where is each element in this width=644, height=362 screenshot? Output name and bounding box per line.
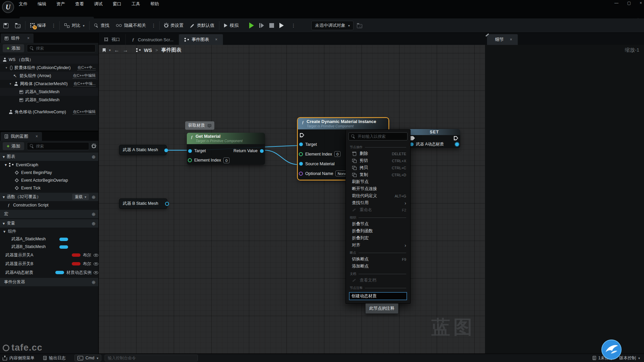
revision-control-button[interactable]: 版本控制 ▾ (619, 354, 640, 362)
close-icon[interactable]: × (27, 36, 30, 41)
menu-help[interactable]: 帮助 (150, 1, 159, 7)
cmd-dropdown[interactable]: >_ Cmd ▾ (74, 355, 101, 361)
components-search[interactable] (27, 44, 96, 52)
node-weapon-b-static-mesh[interactable]: 武器 B Static Mesh (119, 198, 167, 209)
tab-construction-script[interactable]: ƒ Construction Scr... (126, 34, 179, 45)
pin-exec-out[interactable] (454, 136, 458, 140)
add-variable-icon[interactable]: ⊕ (92, 221, 96, 226)
add-graph-icon[interactable]: ⊕ (92, 154, 96, 160)
menu-item-copy[interactable]: 拷贝 CTRL+C (346, 164, 410, 171)
eye-icon[interactable] (94, 271, 98, 274)
event-tick-item[interactable]: Event Tick (0, 184, 98, 192)
menu-item-toggle-breakpoint[interactable]: 切换断点 F9 (346, 256, 410, 263)
edit-in-cpp-link[interactable]: 在C++中编辑 (73, 109, 96, 115)
myblueprint-search[interactable] (27, 142, 89, 150)
menu-item-collapse-to-macro[interactable]: 折叠到宏 (346, 235, 410, 242)
menu-item-delete[interactable]: 删除 DELETE (346, 150, 410, 157)
edit-in-cpp-link[interactable]: 在C++中编辑 (73, 73, 96, 78)
play-options-icon[interactable]: ⋮ (289, 23, 298, 28)
menu-tools[interactable]: 工具 (131, 1, 140, 7)
browse-button[interactable] (12, 18, 24, 33)
node-comment-input[interactable] (352, 294, 405, 299)
close-icon[interactable]: × (36, 134, 38, 139)
node-header[interactable]: ƒ Create Dynamic Material Instance Targe… (298, 118, 388, 129)
event-overlap-item[interactable]: Event ActorBeginOverlap (0, 176, 98, 184)
breadcrumb-root[interactable]: WS (144, 47, 152, 53)
play-icon[interactable] (249, 22, 254, 28)
node-weapon-a-static-mesh[interactable]: 武器 A Static Mesh (119, 145, 167, 155)
variable-row[interactable]: 武器B_StaticMesh (0, 243, 98, 251)
add-blueprint-item-button[interactable]: + 添加 (3, 142, 24, 150)
menu-item-break-links[interactable]: 断开节点连接 (346, 185, 410, 192)
event-beginplay-item[interactable]: Event BeginPlay (0, 169, 98, 176)
menu-item-duplicate[interactable]: 复制 CTRL+D (346, 171, 410, 178)
section-graphs[interactable]: ▾ 图表 ⊕ (0, 153, 98, 161)
node-comment-bubble[interactable]: 获取材质 (185, 121, 214, 130)
tab-viewport[interactable]: 视口 (99, 34, 126, 45)
section-variables[interactable]: ▾ 变量 ⊕ (0, 219, 98, 228)
minimize-icon[interactable]: — (614, 1, 619, 5)
construction-script-item[interactable]: ƒ Construction Script (0, 201, 98, 209)
expand-icon[interactable]: ▾ (5, 66, 8, 69)
variable-category-components[interactable]: ▾ 组件 (0, 228, 98, 235)
stop-icon[interactable] (269, 23, 274, 28)
pin-exec-in[interactable] (411, 136, 415, 140)
tree-item-arrow[interactable]: ↖ 箭头组件 (Arrow) 在C++中编辑 (0, 72, 98, 80)
tree-item-mesh[interactable]: ▾ 网格体 (CharacterMesh0) 在C++中编... (0, 80, 98, 88)
pin-source-material[interactable] (299, 162, 303, 166)
tree-item-weapon-b[interactable]: 武器B_StaticMesh (0, 96, 98, 104)
frame-advance-icon[interactable] (259, 22, 264, 28)
add-dispatcher-icon[interactable]: ⊕ (92, 280, 96, 285)
tree-item-capsule[interactable]: ▾ 胶囊体组件 (CollisionCylinder) 在C++中... (0, 64, 98, 72)
class-settings-button[interactable]: 类设置 (161, 18, 187, 33)
console-command-field[interactable] (105, 355, 198, 361)
components-search-input[interactable] (36, 46, 93, 51)
pin-output[interactable] (165, 202, 169, 206)
eventgraph-item[interactable]: ▾ EventGraph (0, 161, 98, 169)
menu-file[interactable]: 文件 (19, 1, 28, 7)
bookmark-icon[interactable] (103, 48, 106, 52)
content-drawer-button[interactable]: 内容侧滑菜单 (3, 354, 35, 362)
debug-browse-button[interactable] (354, 18, 366, 33)
pin-optional-name[interactable] (299, 172, 303, 176)
pin-exec-in[interactable] (300, 133, 304, 137)
pin-return-value[interactable] (260, 149, 264, 153)
eye-icon[interactable] (94, 262, 98, 265)
compile-button[interactable]: ? 编译 (27, 18, 49, 33)
node-comment-field[interactable] (349, 292, 407, 300)
pin-target[interactable] (188, 149, 192, 153)
add-component-button[interactable]: + 添加 (3, 44, 24, 52)
breadcrumb-current[interactable]: 事件图表 (161, 47, 181, 53)
tab-my-blueprint[interactable]: 我的蓝图 × (1, 132, 42, 141)
menu-window[interactable]: 窗口 (113, 1, 121, 7)
forward-icon[interactable]: → (123, 47, 128, 53)
menu-edit[interactable]: 编辑 (38, 1, 46, 7)
section-macros[interactable]: 宏 ⊕ (0, 210, 98, 218)
variable-row[interactable]: 武器A动态材质 材质动态实例 (0, 268, 98, 277)
chevron-down-icon[interactable]: ▾ (109, 48, 111, 52)
class-defaults-button[interactable]: 类默认值 (187, 18, 218, 33)
menu-item-rename[interactable]: 重命名 F2 (346, 206, 410, 214)
menu-view[interactable]: 查看 (75, 1, 84, 7)
debug-object-dropdown[interactable]: 未选中调试对象 ▾ (311, 21, 354, 30)
tab-event-graph[interactable]: 事件图表 × (179, 34, 223, 45)
menu-debug[interactable]: 调试 (94, 1, 103, 7)
eye-icon[interactable] (94, 254, 98, 257)
node-set-variable[interactable]: SET 武器 A动态材质 (409, 129, 460, 148)
menu-item-cut[interactable]: 剪切 CTRL+X (346, 157, 410, 164)
gear-icon[interactable] (92, 144, 96, 148)
simulate-button[interactable]: 模拟 (221, 18, 242, 33)
find-button[interactable]: 查找 (91, 18, 113, 33)
menu-item-collapse-nodes[interactable]: 折叠节点 (346, 221, 410, 228)
menu-item-goto-code[interactable]: 前往代码定义 ALT+G (346, 192, 410, 199)
add-function-icon[interactable]: ⊕ (92, 194, 96, 200)
menu-asset[interactable]: 资产 (56, 1, 65, 7)
maximize-icon[interactable]: ▢ (627, 1, 631, 5)
variable-row[interactable]: 武器显示开关B 布尔 (0, 259, 98, 268)
window-close-icon[interactable]: × (640, 1, 642, 5)
compile-options-icon[interactable]: ⋮ (49, 23, 58, 28)
output-log-button[interactable]: 输出日志 (43, 354, 66, 362)
menu-item-add-breakpoint[interactable]: 添加断点 (346, 263, 410, 270)
variable-row[interactable]: 武器A_StaticMesh (0, 235, 98, 243)
pin-value-out[interactable] (455, 142, 459, 146)
